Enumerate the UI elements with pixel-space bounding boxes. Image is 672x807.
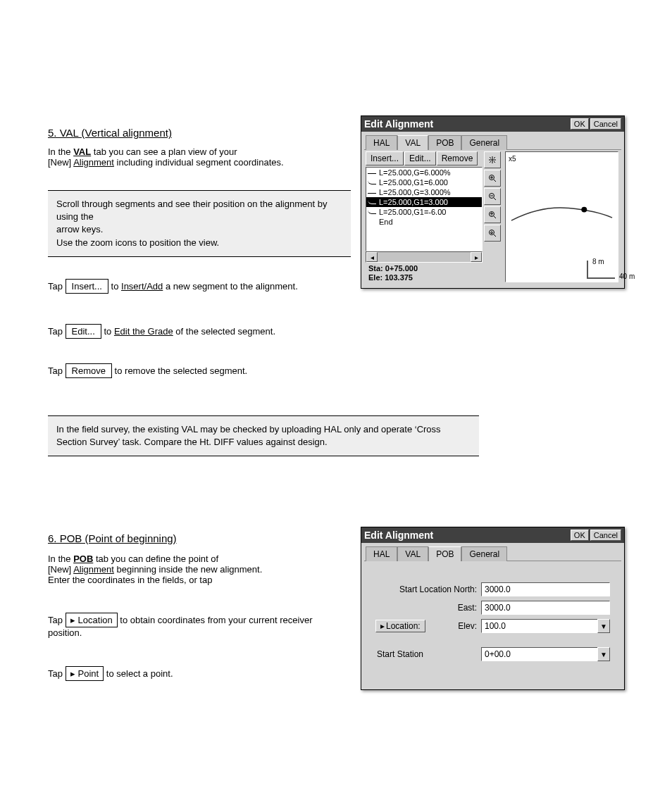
scale-horizontal-label: 40 m — [619, 273, 635, 280]
line-icon — [368, 192, 376, 194]
remove-button[interactable]: Remove — [437, 151, 478, 165]
tab-hal[interactable]: HAL — [366, 135, 397, 150]
tab-body: Start Location North: East: ▸ Location: … — [364, 561, 621, 687]
ok-button[interactable]: OK — [571, 118, 589, 130]
segment-column: Insert... Edit... Remove L=25.000,G=6.00… — [364, 150, 484, 285]
scroll-left-icon[interactable]: ◂ — [366, 252, 378, 262]
status-elevation: Ele: 103.375 — [368, 273, 480, 282]
tab-val[interactable]: VAL — [397, 546, 428, 561]
status-station: Sta: 0+75.000 — [368, 264, 480, 273]
segment-toolbar: Insert... Edit... Remove — [364, 150, 484, 167]
edit-help: Tap Edit... to Edit the Grade of the sel… — [48, 324, 275, 339]
edit-button[interactable]: Edit... — [404, 151, 436, 165]
location-button-inline: ▸Location — [66, 613, 118, 627]
scroll-track[interactable] — [378, 252, 471, 262]
label-elev: Elev: — [439, 621, 481, 631]
tab-val[interactable]: VAL — [397, 135, 428, 150]
segment-row[interactable]: L=25.000,G1=6.000 — [366, 177, 482, 187]
segment-list[interactable]: L=25.000,G=6.000%L=25.000,G1=6.000L=25.0… — [366, 167, 483, 251]
segment-text: L=25.000,G1=-6.00 — [379, 208, 446, 216]
row-station: Start Station ▼ — [375, 647, 610, 661]
note-val-survey: In the field survey, the existing VAL ma… — [48, 415, 479, 456]
segment-row[interactable]: End — [366, 217, 482, 227]
arc-icon — [368, 210, 376, 214]
pob-form: Start Location North: East: ▸ Location: … — [364, 561, 621, 687]
scroll-right-icon[interactable]: ▸ — [471, 252, 482, 262]
note-scroll-zoom: Scroll through segments and see their po… — [48, 190, 351, 257]
segment-row[interactable]: L=25.000,G=3.000% — [366, 187, 482, 197]
station-dropdown-icon[interactable]: ▼ — [597, 647, 610, 661]
zoom-out-icon[interactable] — [484, 188, 501, 205]
edit-alignment-dialog-pob: Edit Alignment OK Cancel HAL VAL POB Gen… — [361, 527, 625, 690]
tab-hal[interactable]: HAL — [366, 546, 397, 561]
input-east[interactable] — [481, 601, 610, 615]
remove-help: Tap Remove to remove the selected segmen… — [48, 363, 247, 378]
zoom-extents-icon[interactable] — [484, 151, 501, 168]
edit-button-inline: Edit... — [66, 324, 101, 339]
val-intro: In the VAL tab you can see a plan view o… — [48, 146, 344, 168]
location-help: Tap ▸Location to obtain coordinates from… — [48, 613, 344, 638]
dialog-title: Edit Alignment — [364, 530, 569, 541]
section-heading-pob: 6. POB (Point of beginning) — [48, 532, 177, 544]
horizontal-scrollbar[interactable]: ◂ ▸ — [366, 251, 483, 263]
ok-button[interactable]: OK — [571, 530, 589, 541]
titlebar: Edit Alignment OK Cancel — [361, 116, 624, 132]
tab-body: Insert... Edit... Remove L=25.000,G=6.00… — [364, 149, 621, 285]
zoom-up-icon[interactable] — [484, 206, 501, 223]
segment-text: L=25.000,G=3.000% — [379, 188, 451, 196]
tab-bar: HAL VAL POB General — [361, 543, 624, 561]
line-icon — [368, 172, 376, 174]
segment-row[interactable]: L=25.000,G=6.000% — [366, 168, 482, 177]
zoom-toolbar — [484, 150, 502, 285]
tab-bar: HAL VAL POB General — [361, 132, 624, 149]
segment-text: End — [379, 218, 393, 226]
insert-button-inline: Insert... — [66, 279, 108, 294]
tab-general[interactable]: General — [461, 546, 507, 561]
scale-vertical-label: 8 m — [592, 258, 604, 265]
label-north: Start Location North: — [375, 584, 481, 594]
section-heading-val: 5. VAL (Vertical alignment) — [48, 127, 172, 139]
cancel-button[interactable]: Cancel — [590, 530, 621, 541]
tab-pob[interactable]: POB — [428, 135, 461, 150]
scale-indicator: 8 m 40 m — [587, 261, 615, 279]
point-help: Tap ▸Point to select a point. — [48, 666, 173, 681]
zoom-in-icon[interactable] — [484, 170, 501, 187]
edit-alignment-dialog-val: Edit Alignment OK Cancel HAL VAL POB Gen… — [361, 115, 625, 289]
tab-general[interactable]: General — [461, 135, 507, 150]
dialog-title: Edit Alignment — [364, 118, 569, 130]
titlebar: Edit Alignment OK Cancel — [361, 527, 624, 543]
row-elev: ▸ Location: Elev: ▼ — [375, 619, 610, 633]
segment-row[interactable]: L=25.000,G1=-6.00 — [366, 207, 482, 217]
input-start-station[interactable] — [481, 647, 598, 661]
arc-icon — [368, 200, 376, 204]
row-north: Start Location North: — [375, 582, 610, 596]
insert-button[interactable]: Insert... — [366, 151, 404, 165]
pob-intro: In the POB tab you can define the point … — [48, 553, 344, 585]
row-east: East: — [375, 601, 610, 615]
label-east: East: — [375, 603, 481, 613]
arc-icon — [368, 180, 376, 184]
location-popup-label: Location: — [386, 621, 421, 631]
zoom-down-icon[interactable] — [484, 225, 501, 242]
label-start-station: Start Station — [375, 649, 481, 659]
segment-text: L=25.000,G1=3.000 — [379, 198, 448, 206]
segment-text: L=25.000,G1=6.000 — [379, 178, 448, 187]
location-popup-button[interactable]: ▸ Location: — [375, 620, 425, 632]
tab-pob[interactable]: POB — [428, 546, 461, 561]
elev-dropdown-icon[interactable]: ▼ — [597, 619, 610, 633]
segment-text: L=25.000,G=6.000% — [379, 168, 451, 177]
input-north[interactable] — [481, 582, 610, 596]
status-readout: Sta: 0+75.000 Ele: 103.375 — [364, 263, 484, 285]
alignment-preview: x5 8 m 40 m — [505, 151, 618, 282]
cancel-button[interactable]: Cancel — [590, 118, 621, 130]
dialog-content: Insert... Edit... Remove L=25.000,G=6.00… — [364, 150, 621, 285]
input-elev[interactable] — [481, 619, 598, 633]
insert-help: Tap Insert... to Insert/Add a new segmen… — [48, 279, 298, 294]
svg-point-4 — [581, 207, 587, 213]
remove-button-inline: Remove — [66, 363, 112, 378]
segment-row[interactable]: L=25.000,G1=3.000 — [366, 197, 482, 207]
point-button-inline: ▸Point — [66, 666, 104, 681]
